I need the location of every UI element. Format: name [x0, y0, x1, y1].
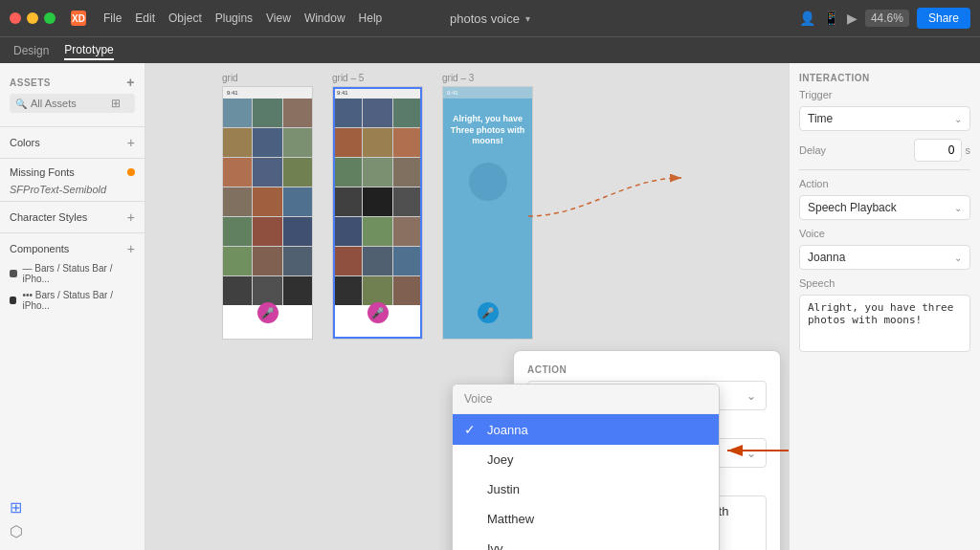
menu-help[interactable]: Help: [353, 10, 389, 27]
trigger-dropdown[interactable]: Time ⌄: [799, 106, 970, 131]
trigger-arrow-icon: ⌄: [954, 114, 962, 124]
delay-unit: s: [966, 144, 971, 156]
missing-fonts-label: Missing Fonts: [10, 166, 75, 178]
colors-row[interactable]: Colors +: [0, 131, 145, 154]
action-label: Action: [799, 178, 829, 189]
speech-label-right: Speech: [799, 277, 835, 289]
trigger-label: Trigger: [799, 89, 832, 100]
title-bar-right: 👤 📱 ▶ 44.6% Share: [799, 8, 970, 29]
component-item-2[interactable]: ••• Bars / Status Bar / iPho...: [0, 287, 145, 314]
assets-label: ASSETS: [10, 77, 51, 88]
delay-input[interactable]: [914, 139, 962, 162]
font-name: SFProText-Semibold: [0, 182, 145, 197]
search-icon: 🔍: [15, 99, 27, 109]
add-style-button[interactable]: +: [127, 209, 135, 225]
mic-button-3[interactable]: 🎤: [478, 302, 499, 323]
play-icon[interactable]: ▶: [847, 11, 858, 26]
left-sidebar: ASSETS + 🔍 ⊞ Colors + Missing Fonts SFPr…: [0, 63, 145, 550]
voice-arrow: [720, 441, 789, 460]
action-dropdown[interactable]: Speech Playback ⌄: [799, 195, 970, 220]
artboard-label-2: grid – 5: [332, 73, 423, 83]
tab-design[interactable]: Design: [13, 42, 49, 59]
connection-arrow: [528, 159, 768, 350]
voice-item-matthew[interactable]: Matthew: [453, 504, 719, 534]
artboard-label-3: grid – 3: [442, 73, 533, 83]
interaction-label: INTERACTION: [799, 73, 970, 83]
menu-window[interactable]: Window: [299, 10, 351, 27]
tab-prototype[interactable]: Prototype: [64, 41, 113, 60]
missing-fonts-row[interactable]: Missing Fonts: [0, 163, 145, 182]
app-icon: XD: [71, 11, 86, 26]
search-input[interactable]: [31, 98, 107, 109]
mic-button-1[interactable]: 🎤: [257, 302, 278, 323]
person-icon[interactable]: 👤: [799, 11, 815, 26]
menu-file[interactable]: File: [98, 10, 127, 27]
view-toggle-icon[interactable]: ⊞: [111, 97, 121, 110]
search-box: 🔍 ⊞: [10, 94, 135, 113]
divider-2: [0, 158, 145, 159]
voice-panel-header: Voice: [453, 385, 719, 414]
action-arrow-icon: ⌄: [954, 203, 962, 213]
add-color-button[interactable]: +: [127, 135, 135, 150]
voice-name-justin: Justin: [487, 482, 520, 496]
main-layout: ASSETS + 🔍 ⊞ Colors + Missing Fonts SFPr…: [0, 63, 980, 550]
voice-item-joey[interactable]: Joey: [453, 445, 719, 474]
sidebar-bottom-icons: ⊞ ⬡: [0, 498, 145, 540]
artboard-grid: grid 9:41 🎤: [222, 73, 313, 340]
menu-bar: File Edit Object Plugins View Window Hel…: [98, 10, 388, 27]
speech-card-action-label: Action: [527, 364, 767, 375]
overlay-message: Alright, you haveThree photos withmoons!: [451, 114, 525, 147]
project-title: photos voice ▾: [450, 11, 530, 26]
mic-button-2[interactable]: 🎤: [368, 302, 389, 323]
close-button[interactable]: [10, 12, 21, 24]
maximize-button[interactable]: [44, 12, 56, 24]
voice-item-joanna[interactable]: ✓ Joanna: [453, 414, 719, 445]
voice-item-justin[interactable]: Justin: [453, 474, 719, 504]
components-row[interactable]: Components +: [0, 237, 145, 260]
speech-textarea-right[interactable]: [799, 295, 970, 352]
trigger-row: Trigger: [799, 89, 970, 100]
project-name: photos voice: [450, 11, 520, 26]
artboard-grid-3: grid – 3 9:41 Alright, you haveThree pho…: [442, 73, 533, 340]
speech-row: Speech: [799, 277, 970, 289]
right-panel: INTERACTION Trigger Time ⌄ Delay s Actio…: [789, 63, 980, 550]
voice-row: Voice: [799, 228, 970, 239]
menu-object[interactable]: Object: [163, 10, 208, 27]
character-styles-row[interactable]: Character Styles +: [0, 206, 145, 229]
canvas-area[interactable]: grid 9:41 🎤: [145, 63, 789, 550]
components-label: Components: [10, 243, 69, 254]
panel-divider-1: [799, 169, 970, 170]
voice-dropdown[interactable]: Joanna ⌄: [799, 245, 970, 270]
dropdown-arrow-icon[interactable]: ▾: [525, 13, 530, 24]
delay-label: Delay: [799, 144, 826, 156]
chevron-down-icon: ⌄: [746, 389, 756, 403]
artboard-label-1: grid: [222, 73, 313, 83]
warning-icon: [127, 168, 135, 176]
voice-name-joanna: Joanna: [487, 423, 528, 437]
artboard-frame-3[interactable]: 9:41 Alright, you haveThree photos withm…: [442, 86, 533, 340]
add-asset-button[interactable]: +: [126, 75, 135, 90]
component-item-1[interactable]: — Bars / Status Bar / iPho...: [0, 260, 145, 287]
voice-item-ivy[interactable]: Ivy: [453, 534, 719, 550]
layers-icon[interactable]: ⊞: [10, 498, 136, 517]
voice-dropdown-panel: Voice ✓ Joanna Joey Justin Matthew Ivy: [452, 384, 720, 550]
share-button[interactable]: Share: [917, 8, 970, 29]
trigger-value: Time: [808, 112, 833, 125]
plugins-icon[interactable]: ⬡: [10, 522, 136, 540]
delay-row: Delay s: [799, 139, 970, 162]
action-value: Speech Playback: [808, 201, 897, 214]
artboard-frame-1[interactable]: 9:41 🎤: [222, 86, 313, 340]
component-dot-icon-2: [10, 297, 16, 304]
menu-plugins[interactable]: Plugins: [210, 10, 258, 27]
device-icon[interactable]: 📱: [823, 11, 839, 26]
add-component-button[interactable]: +: [127, 241, 135, 256]
menu-view[interactable]: View: [260, 10, 297, 27]
menu-edit[interactable]: Edit: [129, 10, 161, 27]
action-row: Action: [799, 178, 970, 189]
component-label-2: ••• Bars / Status Bar / iPho...: [22, 290, 135, 311]
artboard-frame-2[interactable]: 9:41 🎤: [332, 86, 423, 340]
component-label-1: — Bars / Status Bar / iPho...: [23, 263, 135, 284]
minimize-button[interactable]: [27, 12, 38, 24]
zoom-level[interactable]: 44.6%: [865, 10, 909, 27]
traffic-lights: [10, 12, 56, 24]
